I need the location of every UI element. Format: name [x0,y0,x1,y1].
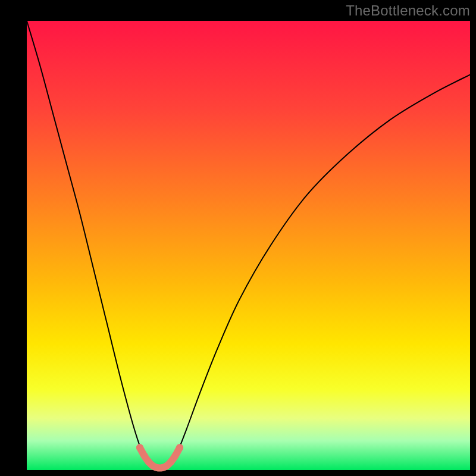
chart-svg [0,0,476,476]
plot-background [27,21,470,470]
watermark-text: TheBottleneck.com [346,2,470,19]
trough-dots [176,444,183,451]
chart-frame: TheBottleneck.com [0,0,476,476]
trough-dots [140,452,148,459]
trough-dots [167,458,174,465]
trough-dots [172,452,179,459]
trough-dots [136,444,143,451]
